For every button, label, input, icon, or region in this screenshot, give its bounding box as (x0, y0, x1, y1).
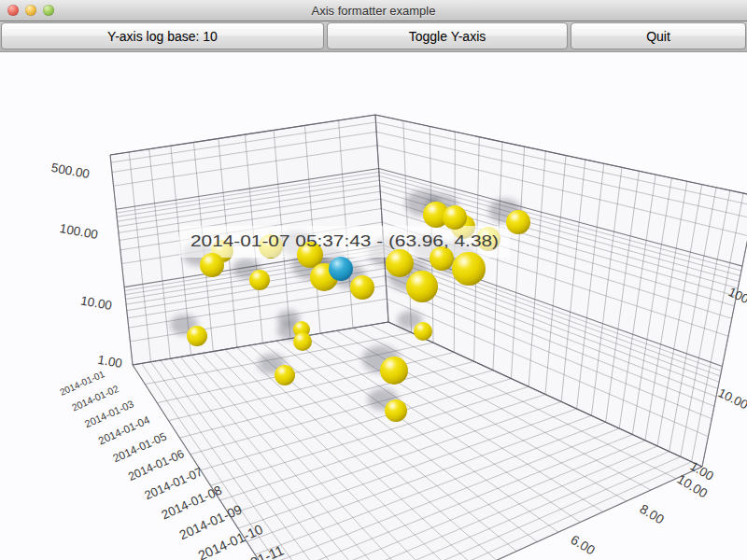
data-point[interactable] (187, 326, 207, 346)
z-axis-tick-label: 8.00 (637, 501, 667, 527)
data-point[interactable] (200, 253, 224, 277)
data-point[interactable] (275, 365, 295, 385)
window-controls (7, 5, 54, 16)
minimize-button[interactable] (25, 5, 36, 16)
selection-label: 2014-01-07 05:37:43 - (63.96, 4.38) (190, 233, 499, 249)
data-point[interactable] (385, 399, 407, 422)
data-point[interactable] (506, 210, 530, 234)
z-axis-tick-label: 6.00 (568, 532, 598, 558)
data-point[interactable] (430, 246, 454, 271)
y-axis-tick-label: 10.00 (79, 293, 113, 313)
app-window: Axis formatter example Y-axis log base: … (0, 0, 747, 560)
zoom-button[interactable] (43, 5, 54, 16)
selected-data-point[interactable] (329, 257, 353, 281)
data-point[interactable] (406, 271, 438, 302)
data-point[interactable] (293, 332, 312, 351)
data-point[interactable] (414, 322, 432, 341)
quit-button[interactable]: Quit (571, 22, 746, 49)
data-point[interactable] (386, 249, 414, 277)
scatter-3d-view[interactable]: 2014-01-07 05:37:43 - (63.96, 4.38)500.0… (0, 52, 747, 560)
scatter-3d-canvas[interactable]: 2014-01-07 05:37:43 - (63.96, 4.38)500.0… (0, 52, 747, 560)
data-point[interactable] (380, 357, 408, 385)
y-axis-right-tick-label: 10.00 (716, 385, 747, 412)
y-axis-tick-label: 1.00 (97, 353, 123, 371)
data-point[interactable] (350, 275, 374, 300)
title-bar: Axis formatter example (0, 0, 747, 21)
window-title: Axis formatter example (312, 4, 436, 18)
data-point[interactable] (443, 205, 467, 230)
toggle-y-axis-button[interactable]: Toggle Y-axis (327, 22, 568, 49)
close-button[interactable] (7, 5, 19, 16)
data-point[interactable] (452, 252, 486, 286)
y-axis-tick-label: 100.00 (59, 221, 99, 242)
data-point[interactable] (249, 270, 270, 290)
y-axis-tick-label: 500.00 (50, 161, 91, 181)
toolbar: Y-axis log base: 10 Toggle Y-axis Quit (0, 21, 747, 52)
y-axis-log-base-button[interactable]: Y-axis log base: 10 (1, 22, 324, 49)
